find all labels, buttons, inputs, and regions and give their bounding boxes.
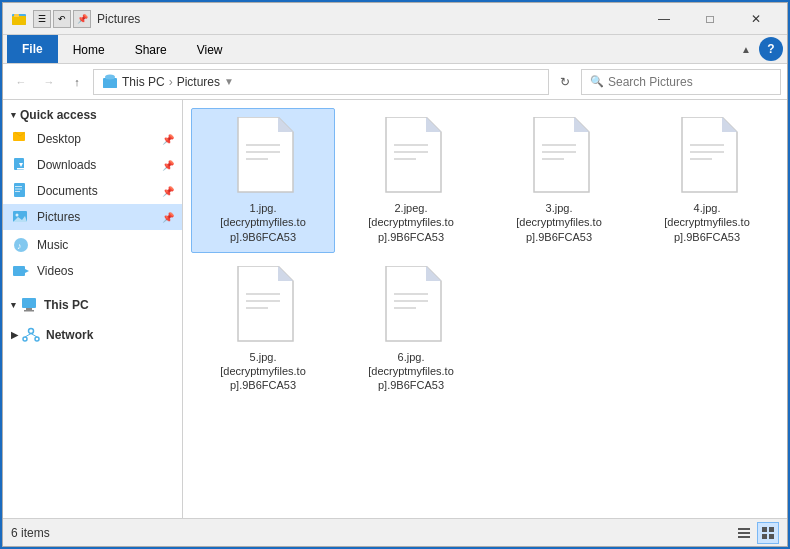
file-item-4[interactable]: 4.jpg.[decryptmyfiles.top].9B6FCA53 bbox=[635, 108, 779, 253]
file-icon-4 bbox=[672, 117, 742, 197]
search-box[interactable]: 🔍 bbox=[581, 69, 781, 95]
desktop-pin-icon: 📌 bbox=[162, 134, 174, 145]
desktop-label: Desktop bbox=[37, 132, 81, 146]
file-name-5: 5.jpg.[decryptmyfiles.top].9B6FCA53 bbox=[218, 350, 308, 393]
sidebar-item-pictures[interactable]: Pictures 📌 bbox=[3, 204, 182, 230]
window-controls: — □ ✕ bbox=[641, 3, 779, 35]
file-name-3: 3.jpg.[decryptmyfiles.top].9B6FCA53 bbox=[514, 201, 604, 244]
search-input[interactable] bbox=[608, 75, 772, 89]
tab-view[interactable]: View bbox=[182, 36, 238, 63]
svg-text:♪: ♪ bbox=[17, 241, 22, 251]
ribbon: File Home Share View ▲ ? bbox=[3, 35, 787, 64]
file-icon-6 bbox=[376, 266, 446, 346]
downloads-icon bbox=[11, 155, 31, 175]
this-pc-chevron: ▾ bbox=[11, 300, 16, 310]
svg-point-15 bbox=[16, 214, 19, 217]
svg-marker-50 bbox=[278, 266, 293, 281]
path-this-pc[interactable]: This PC bbox=[122, 75, 165, 89]
svg-rect-13 bbox=[15, 191, 20, 192]
svg-rect-19 bbox=[13, 266, 25, 276]
help-button[interactable]: ? bbox=[759, 37, 783, 61]
sidebar-item-videos[interactable]: Videos bbox=[3, 258, 182, 284]
qat-properties[interactable]: ☰ bbox=[33, 10, 51, 28]
downloads-pin-icon: 📌 bbox=[162, 160, 174, 171]
main-content: ▾ Quick access Desktop 📌 bbox=[3, 100, 787, 518]
path-dropdown-chevron[interactable]: ▼ bbox=[224, 76, 234, 87]
item-count: 6 items bbox=[11, 526, 50, 540]
view-buttons bbox=[733, 522, 779, 544]
svg-point-26 bbox=[35, 337, 39, 341]
qat-pin[interactable]: 📌 bbox=[73, 10, 91, 28]
svg-rect-12 bbox=[15, 189, 22, 190]
close-button[interactable]: ✕ bbox=[733, 3, 779, 35]
title-bar: ☰ ↶ 📌 Pictures — □ ✕ bbox=[3, 3, 787, 35]
svg-line-28 bbox=[31, 334, 37, 338]
svg-rect-2 bbox=[14, 14, 19, 17]
svg-marker-35 bbox=[426, 117, 441, 132]
back-button[interactable]: ← bbox=[9, 70, 33, 94]
ribbon-toggle-button[interactable]: ▲ bbox=[737, 40, 755, 58]
sidebar: ▾ Quick access Desktop 📌 bbox=[3, 100, 183, 518]
svg-line-27 bbox=[25, 334, 31, 338]
svg-marker-30 bbox=[278, 117, 293, 132]
svg-rect-59 bbox=[738, 528, 750, 530]
file-icon-2 bbox=[376, 117, 446, 197]
desktop-icon bbox=[11, 129, 31, 149]
status-bar: 6 items bbox=[3, 518, 787, 546]
quick-access-section: ▾ Quick access Desktop 📌 bbox=[3, 104, 182, 230]
quick-access-label: Quick access bbox=[20, 108, 97, 122]
maximize-button[interactable]: □ bbox=[687, 3, 733, 35]
up-button[interactable]: ↑ bbox=[65, 70, 89, 94]
sidebar-item-documents[interactable]: Documents 📌 bbox=[3, 178, 182, 204]
sidebar-item-music[interactable]: ♪ Music bbox=[3, 232, 182, 258]
tab-share[interactable]: Share bbox=[120, 36, 182, 63]
minimize-button[interactable]: — bbox=[641, 3, 687, 35]
svg-rect-11 bbox=[15, 186, 22, 187]
network-header[interactable]: ▶ Network bbox=[3, 322, 182, 348]
qat-undo[interactable]: ↶ bbox=[53, 10, 71, 28]
videos-label: Videos bbox=[37, 264, 73, 278]
file-item-5[interactable]: 5.jpg.[decryptmyfiles.top].9B6FCA53 bbox=[191, 257, 335, 402]
file-name-6: 6.jpg.[decryptmyfiles.top].9B6FCA53 bbox=[366, 350, 456, 393]
svg-rect-63 bbox=[769, 527, 774, 532]
tab-file[interactable]: File bbox=[7, 35, 58, 63]
address-path[interactable]: This PC › Pictures ▼ bbox=[93, 69, 549, 95]
sidebar-item-downloads[interactable]: Downloads 📌 bbox=[3, 152, 182, 178]
svg-marker-55 bbox=[426, 266, 441, 281]
window-title: Pictures bbox=[97, 12, 641, 26]
file-item-6[interactable]: 6.jpg.[decryptmyfiles.top].9B6FCA53 bbox=[339, 257, 483, 402]
view-details-button[interactable] bbox=[733, 522, 755, 544]
address-bar: ← → ↑ This PC › Pictures ▼ ↻ 🔍 bbox=[3, 64, 787, 100]
file-area: 1.jpg.[decryptmyfiles.top].9B6FCA53 2.j bbox=[183, 100, 787, 518]
svg-marker-40 bbox=[574, 117, 589, 132]
music-label: Music bbox=[37, 238, 68, 252]
this-pc-header[interactable]: ▾ This PC bbox=[3, 292, 182, 318]
quick-access-header[interactable]: ▾ Quick access bbox=[3, 104, 182, 126]
path-pictures[interactable]: Pictures bbox=[177, 75, 220, 89]
pictures-icon bbox=[11, 207, 31, 227]
file-item-3[interactable]: 3.jpg.[decryptmyfiles.top].9B6FCA53 bbox=[487, 108, 631, 253]
path-separator-1: › bbox=[169, 75, 173, 89]
downloads-label: Downloads bbox=[37, 158, 96, 172]
svg-point-5 bbox=[105, 74, 115, 79]
path-icon bbox=[102, 74, 122, 90]
svg-point-24 bbox=[29, 329, 34, 334]
quick-access-chevron: ▾ bbox=[11, 110, 16, 120]
file-icon-1 bbox=[228, 117, 298, 197]
forward-button[interactable]: → bbox=[37, 70, 61, 94]
quick-access-toolbar: ☰ ↶ 📌 bbox=[33, 10, 91, 28]
file-item-1[interactable]: 1.jpg.[decryptmyfiles.top].9B6FCA53 bbox=[191, 108, 335, 253]
sidebar-item-desktop[interactable]: Desktop 📌 bbox=[3, 126, 182, 152]
music-icon: ♪ bbox=[11, 235, 31, 255]
file-item-2[interactable]: 2.jpeg.[decryptmyfiles.top].9B6FCA53 bbox=[339, 108, 483, 253]
this-pc-label: This PC bbox=[44, 298, 89, 312]
view-large-icons-button[interactable] bbox=[757, 522, 779, 544]
refresh-button[interactable]: ↻ bbox=[553, 70, 577, 94]
window-icon bbox=[11, 11, 27, 27]
svg-rect-21 bbox=[22, 298, 36, 308]
tab-home[interactable]: Home bbox=[58, 36, 120, 63]
svg-point-25 bbox=[23, 337, 27, 341]
file-grid: 1.jpg.[decryptmyfiles.top].9B6FCA53 2.j bbox=[191, 108, 779, 402]
ribbon-expand-area: ▲ ? bbox=[737, 37, 783, 61]
pictures-label: Pictures bbox=[37, 210, 80, 224]
